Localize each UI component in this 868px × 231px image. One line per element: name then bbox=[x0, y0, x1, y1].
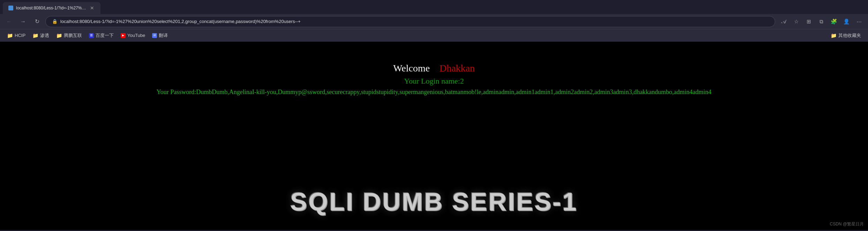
password-line: Your Password:DumbDumb,AngelinaI-kill-yo… bbox=[157, 88, 712, 96]
bookmark-fanyi[interactable]: 译 翻译 bbox=[149, 31, 171, 40]
login-name-value: 2 bbox=[460, 77, 464, 85]
folder-icon: 📁 bbox=[32, 33, 38, 38]
tab-close-button[interactable]: ✕ bbox=[89, 5, 95, 11]
split-view-button[interactable]: ⧉ bbox=[816, 16, 827, 27]
bookmarks-bar: 📁 HCIP 📁 渗透 📁 腾鹏互联 百 百度一下 ▶ YouTube 译 翻译… bbox=[0, 29, 868, 42]
password-value: DumbDumb,AngelinaI-kill-you,Dummyp@sswor… bbox=[196, 88, 711, 95]
read-mode-icon: 𝒜 bbox=[781, 18, 786, 25]
read-mode-button[interactable]: 𝒜 bbox=[778, 16, 789, 27]
tab-title: localhost:8080/Less-1/?id=-1%27%20union%… bbox=[16, 6, 87, 10]
welcome-name: Dhakkan bbox=[440, 63, 475, 74]
puzzle-icon: 🧩 bbox=[831, 18, 837, 25]
bookmark-tengyun[interactable]: 📁 腾鹏互联 bbox=[53, 31, 85, 40]
welcome-prefix: Welcome bbox=[393, 63, 430, 74]
bookmark-hcip[interactable]: 📁 HCIP bbox=[4, 31, 28, 40]
settings-button[interactable]: ⋯ bbox=[853, 16, 865, 27]
favorites-button[interactable]: ☆ bbox=[791, 16, 802, 27]
profile-button[interactable]: 👤 bbox=[841, 16, 852, 27]
bookmark-hcip-label: HCIP bbox=[15, 33, 25, 38]
back-button[interactable]: ← bbox=[3, 16, 15, 27]
bookmark-right-section: 📁 其他收藏夹 bbox=[828, 31, 864, 40]
folder-icon: 📁 bbox=[7, 33, 13, 38]
navigation-bar: ← → ↻ 🔒 localhost:8080/Less-1/?id=-1%27%… bbox=[0, 14, 868, 29]
url-display: localhost:8080/Less-1/?id=-1%27%20union%… bbox=[60, 19, 771, 24]
bookmark-tengyun-label: 腾鹏互联 bbox=[64, 32, 82, 39]
folder-icon: 📁 bbox=[56, 33, 62, 38]
bookmark-other-favorites[interactable]: 📁 其他收藏夹 bbox=[828, 31, 864, 40]
folder-icon: 📁 bbox=[831, 33, 837, 38]
baidu-icon: 百 bbox=[89, 33, 94, 38]
bookmark-other-label: 其他收藏夹 bbox=[838, 32, 861, 39]
fanyi-icon: 译 bbox=[152, 33, 157, 38]
back-icon: ← bbox=[6, 18, 12, 25]
forward-icon: → bbox=[20, 18, 26, 25]
address-bar[interactable]: 🔒 localhost:8080/Less-1/?id=-1%27%20unio… bbox=[45, 16, 775, 27]
main-content: Welcome Dhakkan Your Login name:2 Your P… bbox=[0, 42, 868, 230]
collections-icon: ⊞ bbox=[807, 18, 811, 25]
refresh-button[interactable]: ↻ bbox=[31, 16, 43, 27]
browser-chrome: localhost:8080/Less-1/?id=-1%27%20union%… bbox=[0, 0, 868, 42]
active-tab[interactable]: localhost:8080/Less-1/?id=-1%27%20union%… bbox=[3, 2, 100, 14]
password-label: Your Password: bbox=[157, 88, 196, 95]
refresh-icon: ↻ bbox=[35, 18, 39, 25]
bookmark-shentou-label: 渗透 bbox=[40, 32, 49, 39]
profile-icon: 👤 bbox=[843, 18, 850, 25]
star-icon: ☆ bbox=[794, 18, 799, 25]
bookmark-youtube[interactable]: ▶ YouTube bbox=[118, 31, 148, 39]
login-name-label: Your Login name: bbox=[404, 77, 460, 85]
welcome-section: Welcome Dhakkan Your Login name:2 Your P… bbox=[157, 63, 712, 97]
tab-favicon bbox=[8, 6, 13, 10]
split-icon: ⧉ bbox=[820, 18, 823, 25]
bookmark-youtube-label: YouTube bbox=[127, 33, 145, 38]
extensions-button[interactable]: 🧩 bbox=[828, 16, 839, 27]
tab-bar: localhost:8080/Less-1/?id=-1%27%20union%… bbox=[0, 0, 868, 14]
bookmark-shentou[interactable]: 📁 渗透 bbox=[30, 31, 52, 40]
bookmark-baidu-label: 百度一下 bbox=[96, 32, 114, 39]
collections-button[interactable]: ⊞ bbox=[803, 16, 814, 27]
welcome-line: Welcome Dhakkan bbox=[157, 63, 712, 74]
sqli-title: SQLI DUMB SERIES-1 bbox=[290, 187, 578, 216]
bookmark-baidu[interactable]: 百 百度一下 bbox=[86, 31, 117, 40]
menu-icon: ⋯ bbox=[856, 18, 862, 25]
bookmark-fanyi-label: 翻译 bbox=[159, 32, 168, 39]
login-name-line: Your Login name:2 bbox=[157, 77, 712, 86]
nav-actions: 𝒜 ☆ ⊞ ⧉ 🧩 👤 ⋯ bbox=[778, 16, 865, 27]
security-icon: 🔒 bbox=[51, 18, 58, 25]
forward-button[interactable]: → bbox=[17, 16, 29, 27]
youtube-icon: ▶ bbox=[121, 33, 126, 38]
csdn-watermark: CSDN @繁星日月 bbox=[830, 221, 864, 227]
